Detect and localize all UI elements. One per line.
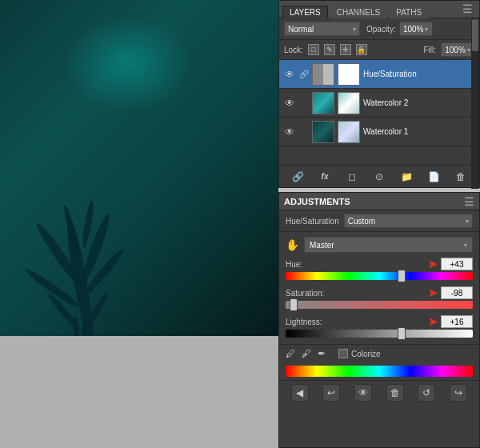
hue-sat-sub-label: Hue/Saturation [286, 217, 339, 226]
saturation-slider-row: Saturation: ➤ -98 [286, 286, 473, 309]
sat-label-row: Saturation: ➤ -98 [286, 286, 473, 299]
fill-field[interactable]: 100% ▾ [441, 42, 474, 57]
visibility-icon[interactable]: 👁 [354, 384, 372, 402]
adjustments-panel-header: ADJUSTMENTS ☰ [279, 193, 479, 210]
canvas-glow [64, 16, 192, 112]
back-icon[interactable]: ◀ [291, 384, 309, 402]
lock-checkbox[interactable]: □ [308, 44, 319, 55]
layer-thumb-wc1 [312, 121, 334, 143]
hue-arrow-icon: ➤ [428, 258, 438, 270]
lightness-slider-row: Lightness: ➤ +16 [286, 315, 473, 338]
master-select[interactable]: Master ▾ [304, 237, 473, 253]
lock-all[interactable]: 🔒 [356, 44, 367, 55]
layer-link-wc1 [299, 127, 309, 137]
tab-channels[interactable]: CHANNELS [330, 6, 387, 18]
layer-eye-wc2[interactable]: 👁 [283, 97, 296, 110]
adj-bottom-toolbar: ◀ ↩ 👁 🗑 ↺ ↪ [279, 380, 479, 404]
layer-eye-hue[interactable]: 👁 [283, 68, 296, 81]
hue-label: Hue: [286, 260, 302, 269]
layer-link-hue[interactable]: 🔗 [299, 70, 309, 79]
hue-value-container: ➤ +43 [428, 258, 473, 270]
adjustments-options-icon[interactable]: ☰ [464, 195, 474, 208]
add-mask-icon[interactable]: ◻ [345, 170, 359, 184]
master-row: ✋ Master ▾ [279, 232, 479, 258]
sat-slider-thumb[interactable] [290, 298, 298, 311]
colorize-checkbox[interactable] [338, 349, 348, 358]
light-value-container: ➤ +16 [428, 315, 473, 328]
fx-icon[interactable]: fx [318, 170, 332, 184]
link-layers-icon[interactable]: 🔗 [290, 170, 305, 184]
layer-row-watercolor2[interactable]: 👁 Watercolor 2 [279, 89, 479, 118]
eyedropper-minus-icon[interactable]: ✒ [318, 348, 326, 359]
hue-slider-thumb[interactable] [398, 270, 406, 282]
preset-select[interactable]: Custom ▾ [344, 214, 473, 228]
layer-thumb-hue [312, 63, 334, 86]
hue-sat-thumb-svg [313, 64, 334, 85]
canvas-area [0, 0, 278, 336]
layer-row-hue-saturation[interactable]: 👁 🔗 Hue/Saturation [279, 60, 479, 89]
lock-move[interactable]: ✛ [340, 44, 351, 55]
adjustment-icon[interactable]: ⊙ [372, 170, 386, 184]
lightness-label: Lightness: [286, 318, 322, 326]
layer-eye-wc1[interactable]: 👁 [283, 126, 296, 138]
return-icon[interactable]: ↪ [450, 384, 467, 402]
colorize-checkbox-row: Colorize [338, 349, 381, 358]
sat-arrow-icon: ➤ [428, 286, 438, 299]
preset-chevron: ▾ [466, 218, 469, 225]
layer-row-watercolor1[interactable]: 👁 Watercolor 1 [279, 118, 479, 146]
layers-scrollbar[interactable] [471, 18, 479, 189]
hue-label-row: Hue: ➤ +43 [286, 258, 473, 270]
opacity-label: Opacity: [366, 25, 396, 34]
tab-layers[interactable]: LAYERS [282, 6, 328, 18]
eyedropper-plus-icon[interactable]: 🖋 [302, 348, 311, 359]
layers-panel: LAYERS CHANNELS PATHS ☰ Normal ▾ Opacity… [278, 0, 480, 188]
layer-link-wc2 [299, 98, 309, 108]
svg-point-6 [81, 200, 95, 248]
adjustments-panel: ADJUSTMENTS ☰ Hue/Saturation Custom ▾ ✋ … [278, 192, 480, 448]
hue-value-field[interactable]: +43 [441, 258, 473, 270]
delete-adj-icon[interactable]: 🗑 [386, 384, 404, 402]
lock-label: Lock: [284, 46, 303, 54]
lock-paint[interactable]: ✎ [324, 44, 335, 55]
new-layer-icon[interactable]: 📄 [426, 170, 441, 184]
rainbow-bar [286, 366, 473, 377]
layer-name-hue: Hue/Saturation [363, 70, 475, 78]
scrollbar-thumb[interactable] [472, 19, 478, 51]
eyedropper-icon[interactable]: 🖊 [286, 348, 295, 359]
cycle-icon[interactable]: ↺ [418, 384, 435, 402]
layer-mask-wc1 [338, 121, 360, 143]
light-slider-track[interactable] [286, 330, 473, 338]
svg-point-9 [73, 316, 80, 336]
folder-icon[interactable]: 📁 [399, 170, 414, 184]
layers-bottom-toolbar: 🔗 fx ◻ ⊙ 📁 📄 🗑 [279, 165, 479, 187]
lock-fill-row: Lock: □ ✎ ✛ 🔒 Fill: 100% ▾ [279, 40, 479, 60]
light-slider-thumb[interactable] [398, 327, 406, 340]
reset-icon[interactable]: ↩ [322, 384, 340, 402]
delete-layer-icon[interactable]: 🗑 [454, 170, 468, 184]
blend-mode-select[interactable]: Normal ▾ [284, 22, 360, 36]
fill-chevron: ▾ [467, 46, 470, 54]
hue-sat-preset-row: Hue/Saturation Custom ▾ [279, 210, 479, 232]
blend-chevron: ▾ [353, 26, 356, 33]
layer-name-wc2: Watercolor 2 [363, 98, 475, 107]
hue-slider-track[interactable] [286, 272, 473, 280]
svg-rect-12 [323, 64, 334, 85]
layer-thumb-wc2 [312, 92, 334, 114]
adjustments-title: ADJUSTMENTS [284, 197, 350, 206]
layer-mask-wc2 [338, 92, 360, 114]
tab-paths[interactable]: PATHS [389, 6, 429, 18]
eyedropper-icon[interactable]: ✋ [286, 238, 299, 251]
hue-slider-row: Hue: ➤ +43 [286, 258, 473, 280]
light-arrow-icon: ➤ [428, 315, 438, 328]
sat-value-container: ➤ -98 [428, 286, 473, 299]
saturation-value-field[interactable]: -98 [441, 286, 473, 299]
lightness-value-field[interactable]: +16 [441, 315, 473, 328]
layer-name-wc1: Watercolor 1 [363, 127, 475, 136]
panel-options-icon[interactable]: ☰ [459, 0, 476, 18]
svg-rect-11 [313, 64, 323, 85]
opacity-field[interactable]: 100% ▾ [399, 22, 433, 36]
layer-mask-hue [338, 63, 360, 86]
master-chevron: ▾ [464, 242, 467, 249]
opacity-chevron: ▾ [425, 26, 428, 33]
sat-slider-track[interactable] [286, 301, 473, 309]
